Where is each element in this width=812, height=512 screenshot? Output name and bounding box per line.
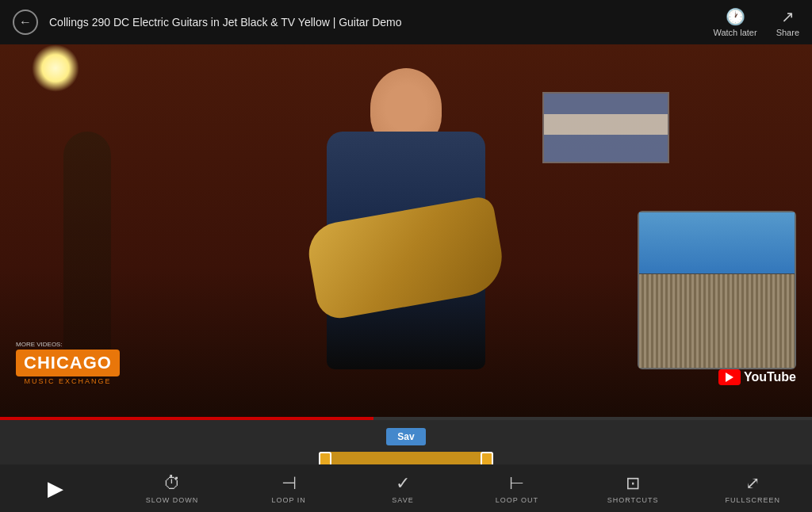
share-icon: ↗: [781, 7, 795, 26]
save-button[interactable]: ✓ SAVE: [379, 473, 427, 504]
performer: [295, 68, 517, 401]
clock-icon: 🕐: [726, 7, 745, 26]
chicago-sub-label: MUSIC EXCHANGE: [16, 377, 120, 385]
play-icon: ▶: [48, 476, 63, 501]
video-title: Collings 290 DC Electric Guitars in Jet …: [49, 16, 713, 29]
loop-in-icon: ⊣: [282, 473, 297, 494]
slow-down-label: SLOW DOWN: [146, 496, 199, 504]
top-bar: ← Collings 290 DC Electric Guitars in Je…: [0, 0, 812, 44]
loop-in-button[interactable]: ⊣ LOOP IN: [265, 473, 312, 504]
shortcuts-label: SHORTCUTS: [607, 496, 659, 504]
share-button[interactable]: ↗ Share: [776, 7, 799, 37]
chicago-brand-label: CHICAGO: [16, 350, 120, 376]
fullscreen-icon: ⤢: [745, 473, 760, 494]
video-scene: MORE VIDEOS: CHICAGO MUSIC EXCHANGE YouT…: [0, 44, 812, 417]
flag-decoration: [542, 92, 669, 163]
progress-fill: [0, 417, 373, 420]
loop-out-icon: ⊢: [509, 473, 524, 494]
progress-bar[interactable]: [0, 417, 812, 420]
loop-out-button[interactable]: ⊢ LOOP OUT: [493, 473, 541, 504]
fullscreen-label: FULLSCREEN: [725, 496, 780, 504]
save-label: SAVE: [392, 496, 413, 504]
shortcuts-button[interactable]: ⊡ SHORTCUTS: [607, 473, 659, 504]
stage-light: [32, 44, 79, 92]
back-icon: ←: [19, 15, 32, 29]
slow-down-button[interactable]: ⏱ SLOW DOWN: [146, 473, 199, 504]
more-videos-text: MORE VIDEOS:: [16, 341, 120, 348]
slowdown-icon: ⏱: [163, 473, 181, 494]
video-container[interactable]: MORE VIDEOS: CHICAGO MUSIC EXCHANGE YouT…: [0, 44, 812, 417]
save-icon: ✓: [396, 473, 410, 494]
fullscreen-button[interactable]: ⤢ FULLSCREEN: [725, 473, 780, 504]
save-popup-button[interactable]: Sav: [386, 428, 425, 445]
loop-in-label: LOOP IN: [272, 496, 306, 504]
youtube-play-triangle: [726, 373, 733, 382]
youtube-icon: [718, 369, 741, 385]
chicago-logo: MORE VIDEOS: CHICAGO MUSIC EXCHANGE: [16, 341, 120, 385]
top-actions: 🕐 Watch later ↗ Share: [713, 7, 799, 37]
loop-out-label: LOOP OUT: [496, 496, 538, 504]
bottom-controls: ▶ ⏱ SLOW DOWN ⊣ LOOP IN ✓ SAVE ⊢ LOOP OU…: [0, 464, 812, 512]
youtube-label: YouTube: [744, 370, 796, 384]
amp-grille: [639, 274, 795, 368]
watch-later-button[interactable]: 🕐 Watch later: [713, 7, 756, 37]
shortcuts-icon: ⊡: [626, 473, 640, 494]
back-button[interactable]: ←: [13, 10, 38, 35]
play-button[interactable]: ▶: [32, 476, 79, 501]
youtube-badge: YouTube: [718, 369, 796, 385]
amp-top: [639, 212, 795, 274]
amplifier-right: [638, 211, 796, 369]
